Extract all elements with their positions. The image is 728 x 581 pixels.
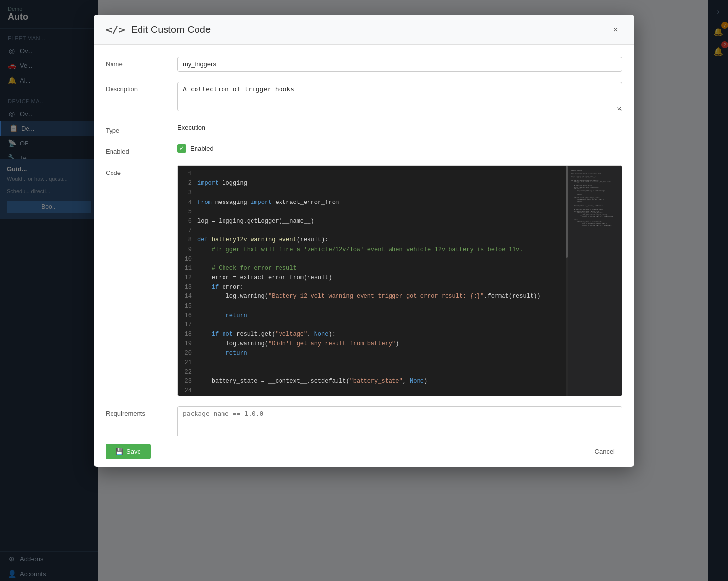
type-value: Execution <box>177 120 205 131</box>
type-row: Type Execution <box>106 123 622 134</box>
code-control-wrap: 12345 678910 1112131415 1617181920 21222… <box>177 165 622 396</box>
modal-footer: 💾 Save Cancel <box>94 436 634 467</box>
code-line-7 <box>197 226 568 235</box>
code-line-5 <box>197 207 568 217</box>
name-row: Name <box>106 57 622 72</box>
code-line-13: if error: <box>197 283 568 292</box>
code-content: import logging from messaging import ext… <box>197 170 568 396</box>
code-line-4: from messaging import extract_error_from <box>197 198 568 207</box>
line-numbers: 12345 678910 1112131415 1617181920 21222… <box>178 170 197 396</box>
code-lines: 12345 678910 1112131415 1617181920 21222… <box>178 166 568 396</box>
type-control-wrap: Execution <box>177 123 622 132</box>
enabled-checkbox[interactable]: ✓ <box>177 144 186 153</box>
code-minimap-content: import logging from messaging import ext… <box>568 166 622 230</box>
modal-close-button[interactable]: × <box>609 23 622 36</box>
name-input[interactable] <box>177 57 622 72</box>
textarea-resize-icon: ⤡ <box>616 106 620 111</box>
code-line-22 <box>197 368 568 377</box>
code-icon: </> <box>106 24 125 36</box>
code-minimap: import logging from messaging import ext… <box>568 166 622 396</box>
cancel-button[interactable]: Cancel <box>587 444 622 459</box>
code-line-6: log = logging.getLogger(__name__) <box>197 217 568 226</box>
code-line-21 <box>197 358 568 368</box>
enabled-checkbox-row: ✓ Enabled <box>177 144 622 153</box>
code-line-19: log.warning("Didn't get any result from … <box>197 339 568 349</box>
code-line-17 <box>197 320 568 330</box>
code-row: Code 12345 678910 1112131415 1617181920 <box>106 165 622 396</box>
code-line-9: #Trigger that will fire a 'vehicle/12v/l… <box>197 245 568 255</box>
description-textarea[interactable] <box>177 82 622 111</box>
code-line-12: error = extract_error_from(result) <box>197 273 568 283</box>
code-line-24 <box>197 386 568 396</box>
save-icon: 💾 <box>115 448 123 455</box>
modal-overlay[interactable]: </> Edit Custom Code × Name Description … <box>0 0 728 581</box>
code-vscroll[interactable] <box>566 166 568 396</box>
description-row: Description ⤡ <box>106 82 622 113</box>
requirements-label: Requirements <box>106 406 169 417</box>
enabled-label: Enabled <box>106 144 169 155</box>
name-label: Name <box>106 57 169 68</box>
name-control-wrap <box>177 57 622 72</box>
enabled-control-wrap: ✓ Enabled <box>177 144 622 153</box>
requirements-control-wrap: ⤡ <box>177 406 622 436</box>
code-vscroll-thumb[interactable] <box>566 166 568 258</box>
description-label: Description <box>106 82 169 93</box>
code-line-15 <box>197 302 568 311</box>
requirements-textarea[interactable] <box>177 406 622 436</box>
modal-body: Name Description ⤡ Type Execution <box>94 45 634 436</box>
requirements-row: Requirements ⤡ <box>106 406 622 436</box>
code-line-20: return <box>197 349 568 358</box>
code-editor[interactable]: 12345 678910 1112131415 1617181920 21222… <box>177 165 622 396</box>
modal-title: Edit Custom Code <box>131 24 603 35</box>
code-line-11: # Check for error result <box>197 264 568 273</box>
code-scroll-area[interactable]: 12345 678910 1112131415 1617181920 21222… <box>178 166 568 396</box>
code-line-16: return <box>197 311 568 320</box>
code-line-2: import logging <box>197 179 568 188</box>
save-button[interactable]: 💾 Save <box>106 444 151 459</box>
code-label: Code <box>106 165 169 176</box>
edit-custom-code-modal: </> Edit Custom Code × Name Description … <box>94 15 634 467</box>
modal-header: </> Edit Custom Code × <box>94 15 634 45</box>
enabled-checkbox-label: Enabled <box>190 145 214 152</box>
code-line-18: if not result.get("voltage", None): <box>197 330 568 339</box>
code-line-14: log.warning("Battery 12 volt warning eve… <box>197 292 568 301</box>
code-line-8: def battery12v_warning_event(result): <box>197 235 568 245</box>
description-control-wrap: ⤡ <box>177 82 622 113</box>
save-label: Save <box>126 448 141 455</box>
code-line-10 <box>197 255 568 264</box>
code-line-3 <box>197 188 568 198</box>
code-line-23: battery_state = __context__.setdefault("… <box>197 377 568 386</box>
code-line-1 <box>197 170 568 179</box>
enabled-row: Enabled ✓ Enabled <box>106 144 622 155</box>
type-label: Type <box>106 123 169 134</box>
